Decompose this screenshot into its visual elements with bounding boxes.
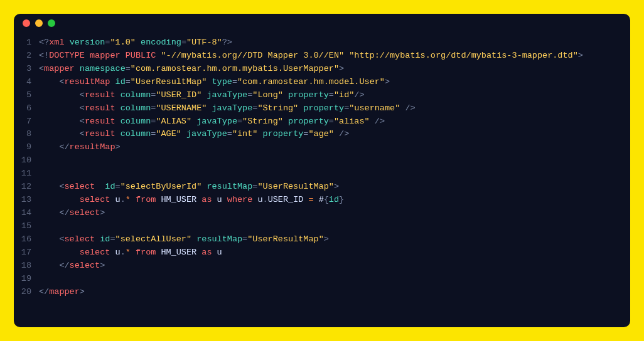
line-number: 20	[14, 286, 39, 299]
code-content[interactable]: <result column="USER_ID" javaType="Long"…	[39, 89, 630, 102]
code-editor[interactable]: 1<?xml version="1.0" encoding="UTF-8"?>2…	[14, 33, 630, 327]
code-line[interactable]: 1<?xml version="1.0" encoding="UTF-8"?>	[14, 36, 630, 50]
line-number: 15	[14, 220, 39, 233]
code-line[interactable]: 7 <result column="ALIAS" javaType="Strin…	[14, 115, 630, 129]
window-titlebar	[14, 14, 630, 33]
line-number: 12	[14, 181, 39, 194]
code-line[interactable]: 10	[14, 154, 630, 167]
code-content[interactable]: <result column="ALIAS" javaType="String"…	[39, 115, 630, 129]
code-content[interactable]: select u.* from HM_USER as u where u.USE…	[39, 194, 630, 207]
line-number: 11	[14, 167, 39, 181]
code-line[interactable]: 17 select u.* from HM_USER as u	[14, 246, 630, 260]
line-number: 14	[14, 207, 39, 220]
code-content[interactable]: <!DOCTYPE mapper PUBLIC "-//mybatis.org/…	[39, 50, 630, 63]
code-content[interactable]: <result column="AGE" javaType="int" prop…	[39, 128, 630, 141]
code-content[interactable]: <?xml version="1.0" encoding="UTF-8"?>	[39, 36, 630, 50]
code-content[interactable]: </resultMap>	[39, 141, 630, 154]
line-number: 4	[14, 76, 39, 89]
code-line[interactable]: 19	[14, 273, 630, 286]
code-content[interactable]	[39, 154, 630, 167]
line-number: 10	[14, 154, 39, 167]
close-icon[interactable]	[23, 19, 30, 27]
code-content[interactable]: </select>	[39, 207, 630, 220]
code-line[interactable]: 5 <result column="USER_ID" javaType="Lon…	[14, 89, 630, 102]
code-line[interactable]: 20</mapper>	[14, 286, 630, 299]
code-content[interactable]: <select id="selectByUserId" resultMap="U…	[39, 181, 630, 194]
code-line[interactable]: 4 <resultMap id="UserResultMap" type="co…	[14, 76, 630, 89]
code-line[interactable]: 16 <select id="selectAllUser" resultMap=…	[14, 233, 630, 246]
code-line[interactable]: 3<mapper namespace="com.ramostear.hm.orm…	[14, 63, 630, 76]
line-number: 7	[14, 115, 39, 129]
line-number: 13	[14, 194, 39, 207]
line-number: 3	[14, 63, 39, 76]
line-number: 5	[14, 89, 39, 102]
line-number: 18	[14, 260, 39, 273]
line-number: 16	[14, 233, 39, 246]
code-line[interactable]: 15	[14, 220, 630, 233]
zoom-icon[interactable]	[48, 19, 55, 27]
code-content[interactable]: <mapper namespace="com.ramostear.hm.orm.…	[39, 63, 630, 76]
line-number: 2	[14, 50, 39, 63]
code-content[interactable]	[39, 167, 630, 181]
code-line[interactable]: 9 </resultMap>	[14, 141, 630, 154]
code-line[interactable]: 2<!DOCTYPE mapper PUBLIC "-//mybatis.org…	[14, 50, 630, 63]
code-content[interactable]: </select>	[39, 260, 630, 273]
code-line[interactable]: 18 </select>	[14, 260, 630, 273]
line-number: 19	[14, 273, 39, 286]
code-content[interactable]: <resultMap id="UserResultMap" type="com.…	[39, 76, 630, 89]
line-number: 8	[14, 128, 39, 141]
code-content[interactable]: <result column="USERNAME" javaType="Stri…	[39, 102, 630, 115]
code-window: 1<?xml version="1.0" encoding="UTF-8"?>2…	[14, 14, 630, 327]
code-line[interactable]: 12 <select id="selectByUserId" resultMap…	[14, 181, 630, 194]
line-number: 9	[14, 141, 39, 154]
code-line[interactable]: 11	[14, 167, 630, 181]
code-content[interactable]: </mapper>	[39, 286, 630, 299]
code-content[interactable]	[39, 273, 630, 286]
minimize-icon[interactable]	[35, 19, 43, 27]
line-number: 6	[14, 102, 39, 115]
line-number: 17	[14, 246, 39, 260]
line-number: 1	[14, 36, 39, 50]
code-content[interactable]: <select id="selectAllUser" resultMap="Us…	[39, 233, 630, 246]
code-line[interactable]: 14 </select>	[14, 207, 630, 220]
code-line[interactable]: 8 <result column="AGE" javaType="int" pr…	[14, 128, 630, 141]
code-content[interactable]: select u.* from HM_USER as u	[39, 246, 630, 260]
code-line[interactable]: 6 <result column="USERNAME" javaType="St…	[14, 102, 630, 115]
code-line[interactable]: 13 select u.* from HM_USER as u where u.…	[14, 194, 630, 207]
code-content[interactable]	[39, 220, 630, 233]
